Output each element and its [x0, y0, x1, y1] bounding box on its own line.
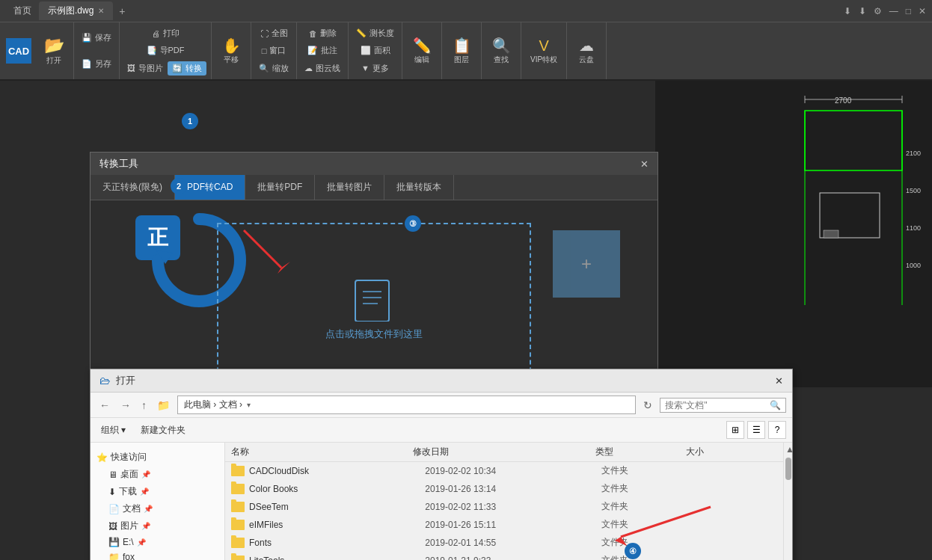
tab-batch-pdf[interactable]: 批量转PDF — [245, 175, 315, 200]
window-close-icon[interactable]: ✕ — [919, 6, 926, 16]
svg-line-20 — [244, 230, 281, 268]
zoom-button[interactable]: 🔍 缩放 — [256, 61, 292, 76]
col-name-header[interactable]: 名称 — [231, 446, 413, 458]
left-pane: ⭐ 快速访问 🖥 桌面 📌 ⬇ 下载 📌 — [91, 443, 225, 560]
minimize-icon[interactable]: — — [889, 6, 898, 16]
svg-line-22 — [621, 507, 711, 537]
file-tab[interactable]: 示例图.dwg ✕ — [39, 1, 113, 20]
nav-back-button[interactable]: ← — [96, 398, 113, 413]
file-name: Fonts — [249, 538, 425, 548]
area-button[interactable]: ⬜ 面积 — [358, 43, 393, 58]
more-button[interactable]: ▼ 更多 — [358, 61, 392, 76]
nav-pictures[interactable]: 🖼 图片 📌 — [91, 517, 224, 535]
tab-batch-ver[interactable]: 批量转版本 — [384, 175, 454, 200]
full-button[interactable]: ⛶ 全图 — [257, 26, 291, 40]
find-button[interactable]: 🔍 查找 — [486, 35, 516, 67]
pan-button[interactable]: ✋ 平移 — [216, 35, 246, 67]
tab-tianzhen[interactable]: 天正转换(限免) — [91, 175, 175, 200]
window-icon: □ — [262, 46, 267, 55]
layer-icon: 📋 — [453, 37, 471, 55]
layer-button[interactable]: 📋 图层 — [447, 35, 476, 67]
saveas-button[interactable]: 📄 另存 — [79, 57, 114, 71]
nav-forward-button[interactable]: → — [117, 398, 134, 413]
nav-documents[interactable]: 📄 文档 📌 — [91, 500, 224, 517]
folder-icon — [231, 466, 245, 476]
tab-batch-img[interactable]: 批量转图片 — [315, 175, 384, 200]
documents-icon: 📄 — [108, 504, 120, 514]
file-date: 2019-01-26 13:14 — [425, 484, 601, 494]
breadcrumb-dropdown[interactable]: ▾ — [247, 401, 251, 409]
quick-access-header[interactable]: ⭐ 快速访问 — [91, 449, 224, 466]
print-button[interactable]: 🖨 打印 — [149, 26, 183, 40]
pin-icon: 📌 — [141, 470, 150, 479]
measure-button[interactable]: 📏 测长度 — [353, 26, 397, 40]
svg-rect-8 — [824, 230, 839, 238]
cloud-icon: ☁ — [579, 37, 594, 55]
col-date-header[interactable]: 修改日期 — [413, 446, 595, 458]
search-icon[interactable]: 🔍 — [770, 400, 781, 410]
download-icon1[interactable]: ⬇ — [844, 6, 851, 16]
list-item[interactable]: CADCloudDisk 2019-02-02 10:34 文件夹 — [225, 462, 783, 480]
file-list-header: 名称 修改日期 类型 大小 — [225, 443, 783, 462]
maximize-icon[interactable]: □ — [906, 6, 911, 16]
svg-marker-21 — [278, 262, 290, 274]
view-help-button[interactable]: ? — [768, 421, 786, 439]
vip-button[interactable]: V VIP特权 — [526, 36, 562, 67]
delete-button[interactable]: 🗑 删除 — [306, 26, 340, 40]
view-list-button[interactable]: ☰ — [747, 421, 765, 439]
vip-icon: V — [539, 37, 548, 55]
edit-button[interactable]: ✏️ 编辑 — [407, 35, 437, 67]
nav-up-button[interactable]: ↑ — [138, 398, 150, 413]
view-grid-button[interactable]: ⊞ — [726, 421, 744, 439]
scrollbar[interactable]: ▲ ▼ — [783, 443, 792, 560]
annotation-button[interactable]: 📝 批注 — [304, 43, 340, 58]
preview-area: + — [553, 230, 620, 298]
download-icon2[interactable]: ⬇ — [859, 6, 866, 16]
red-arrow-file — [598, 492, 718, 554]
nav-drive-e[interactable]: 💾 E:\ 📌 — [91, 535, 224, 550]
img-icon: 🖼 — [127, 64, 135, 73]
cad-drawing: 2700 2100 1500 1100 1000 — [655, 81, 932, 387]
cloud-button[interactable]: ☁ 云盘 — [571, 35, 601, 67]
nav-folder-button[interactable]: 📁 — [154, 398, 173, 413]
file-name: Color Books — [249, 484, 425, 494]
file-name: eIMFiles — [249, 520, 425, 530]
folder-icon — [231, 556, 245, 561]
file-dialog-close-button[interactable]: ✕ — [775, 375, 783, 387]
open-icon: 📂 — [44, 36, 64, 55]
file-dialog-nav: ← → ↑ 📁 此电脑 › 文档 › ▾ ↻ 🔍 — [91, 393, 792, 418]
full-icon: ⛶ — [260, 29, 269, 38]
settings-icon[interactable]: ⚙ — [874, 6, 882, 16]
cloudline-button[interactable]: ☁ 图云线 — [301, 61, 343, 76]
nav-desktop[interactable]: 🖥 桌面 📌 — [91, 466, 224, 483]
tab-add-button[interactable]: + — [113, 2, 131, 20]
dialog-close-button[interactable]: ✕ — [640, 159, 649, 170]
img-button[interactable]: 🖼 导图片 — [124, 61, 166, 76]
more-icon: ▼ — [361, 64, 370, 73]
refresh-button[interactable]: ↻ — [640, 398, 655, 413]
delete-icon: 🗑 — [309, 29, 317, 38]
area-icon: ⬜ — [361, 46, 371, 55]
zoom-icon: 🔍 — [259, 64, 269, 73]
annotation-icon: 📝 — [307, 46, 318, 55]
nav-fox[interactable]: 📁 fox — [91, 550, 224, 560]
save-button[interactable]: 💾 保存 — [79, 31, 114, 45]
col-type-header[interactable]: 类型 — [595, 446, 687, 458]
print-icon: 🖨 — [152, 29, 160, 38]
breadcrumb[interactable]: 此电脑 › 文档 › ▾ — [177, 396, 636, 414]
pdf-button[interactable]: 📑 导PDF — [144, 43, 188, 58]
organize-button[interactable]: 组织 ▾ — [96, 422, 130, 438]
nav-downloads[interactable]: ⬇ 下载 📌 — [91, 483, 224, 500]
open-button[interactable]: 📂 打开 — [39, 34, 69, 67]
new-folder-button[interactable]: 新建文件夹 — [136, 422, 190, 438]
search-input[interactable] — [665, 400, 770, 410]
scroll-thumb[interactable] — [785, 458, 791, 480]
col-size-header[interactable]: 大小 — [686, 446, 777, 458]
home-tab[interactable]: 首页 — [6, 1, 39, 20]
window-button[interactable]: □ 窗口 — [259, 43, 289, 58]
file-date: 2019-02-02 10:34 — [425, 466, 601, 476]
file-name: LiteTools — [249, 556, 425, 561]
scroll-up-button[interactable]: ▲ — [784, 443, 792, 456]
convert-button[interactable]: 🔄 转换 — [168, 61, 206, 76]
tab-close-icon[interactable]: ✕ — [98, 7, 104, 15]
